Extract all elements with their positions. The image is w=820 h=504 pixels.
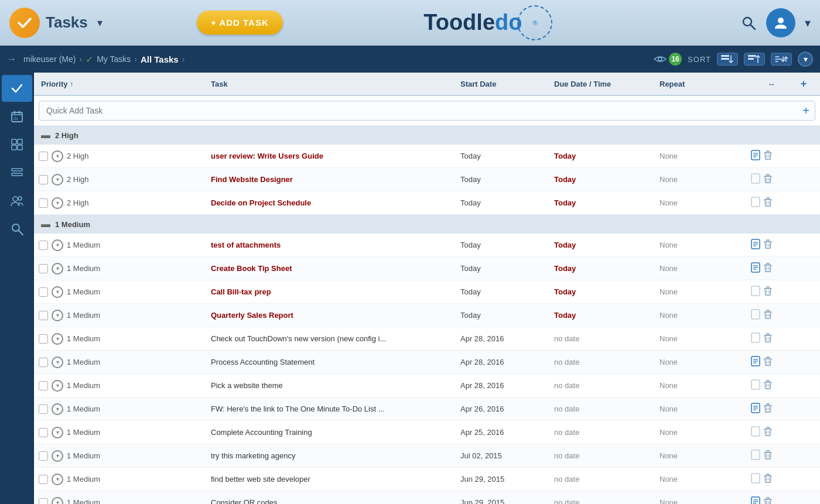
task-name[interactable]: test of attachments	[209, 241, 458, 249]
task-checkbox[interactable]	[39, 428, 48, 437]
expand-icon[interactable]: ▾	[52, 150, 63, 162]
group-collapse-icon[interactable]: ▬	[41, 130, 50, 140]
expand-icon[interactable]: ▾	[52, 333, 63, 345]
note-icon-empty[interactable]	[751, 426, 760, 439]
task-name[interactable]: try this marketing agency	[209, 451, 458, 460]
priority-column-header[interactable]: Priority	[39, 80, 209, 88]
breadcrumb-my-tasks[interactable]: My Tasks	[97, 54, 131, 64]
sidebar-item-search[interactable]	[2, 215, 32, 242]
note-icon[interactable]	[751, 262, 760, 275]
task-name[interactable]: Create Book Tip Sheet	[209, 264, 458, 273]
task-checkbox[interactable]	[39, 241, 48, 250]
expand-icon[interactable]: ▾	[52, 474, 63, 485]
user-avatar[interactable]	[766, 8, 795, 37]
delete-icon[interactable]	[764, 310, 772, 321]
note-icon-empty[interactable]	[751, 450, 760, 462]
task-checkbox[interactable]	[39, 175, 48, 184]
task-name[interactable]: Call Bill-tax prep	[209, 287, 458, 296]
delete-icon[interactable]	[764, 427, 772, 438]
pin-icon[interactable]: →	[7, 54, 16, 64]
sort-date-btn[interactable]	[744, 53, 765, 66]
quick-add-plus-icon[interactable]: +	[802, 104, 809, 118]
task-checkbox[interactable]	[39, 152, 48, 161]
note-icon-empty[interactable]	[751, 286, 760, 299]
task-checkbox[interactable]	[39, 287, 48, 297]
task-name[interactable]: Quarterly Sales Report	[209, 311, 458, 320]
sort-priority-btn[interactable]	[717, 53, 738, 66]
task-checkbox[interactable]	[39, 311, 48, 320]
sidebar-item-calendar[interactable]: 31	[2, 103, 32, 130]
note-icon-empty[interactable]	[751, 309, 760, 322]
user-dropdown-arrow[interactable]: ▾	[805, 16, 811, 30]
sort-multi-btn[interactable]	[771, 53, 792, 66]
expand-icon[interactable]: ▾	[52, 310, 63, 321]
expand-icon[interactable]: ▾	[52, 427, 63, 438]
expand-icon[interactable]: ▾	[52, 174, 63, 186]
quick-add-input[interactable]	[39, 101, 815, 121]
note-icon[interactable]	[751, 239, 760, 252]
note-icon[interactable]	[751, 356, 760, 369]
due-date-column-header[interactable]: Due Date / Time	[552, 80, 657, 88]
note-icon-empty[interactable]	[751, 473, 760, 486]
repeat-column-header[interactable]: Repeat	[657, 80, 751, 88]
note-icon[interactable]	[751, 403, 760, 416]
sidebar-item-users[interactable]	[2, 187, 32, 214]
task-checkbox[interactable]	[39, 498, 48, 505]
add-column-header[interactable]: +	[792, 78, 815, 90]
breadcrumb-all-tasks[interactable]: All Tasks	[141, 54, 179, 64]
task-checkbox[interactable]	[39, 334, 48, 344]
task-name[interactable]: Decide on Project Schedule	[209, 198, 458, 207]
delete-icon[interactable]	[764, 174, 772, 186]
add-task-button[interactable]: + ADD TASK	[197, 11, 283, 35]
tasks-dropdown-arrow[interactable]: ▾	[97, 16, 102, 29]
task-name[interactable]: user review: Write Users Guide	[209, 152, 458, 160]
start-date-column-header[interactable]: Start Date	[458, 80, 552, 88]
expand-icon[interactable]: ▾	[52, 380, 63, 392]
expand-icon[interactable]: ▾	[52, 197, 63, 209]
note-icon-empty[interactable]	[751, 173, 760, 186]
task-checkbox[interactable]	[39, 264, 48, 273]
delete-icon[interactable]	[764, 403, 772, 415]
note-icon-empty[interactable]	[751, 197, 760, 210]
note-icon-empty[interactable]	[751, 379, 760, 392]
expand-icon[interactable]: ▾	[52, 497, 63, 505]
task-name[interactable]: Complete Accounting Training	[209, 428, 458, 437]
sidebar-item-check[interactable]	[2, 75, 32, 102]
sidebar-item-grid[interactable]	[2, 131, 32, 158]
resize-column-header[interactable]: ↔	[751, 80, 792, 88]
task-name[interactable]: find better web site developer	[209, 475, 458, 484]
delete-icon[interactable]	[764, 474, 772, 485]
task-column-header[interactable]: Task	[209, 80, 458, 88]
task-name[interactable]: Check out TouchDown's new version (new c…	[209, 334, 458, 343]
task-name[interactable]: Find Website Designer	[209, 175, 458, 184]
delete-icon[interactable]	[764, 263, 772, 275]
delete-icon[interactable]	[764, 239, 772, 251]
note-icon-empty[interactable]	[751, 332, 760, 345]
group-collapse-icon[interactable]: ▬	[41, 219, 50, 229]
expand-icon[interactable]: ▾	[52, 239, 63, 251]
delete-icon[interactable]	[764, 286, 772, 298]
task-name[interactable]: Process Accounting Statement	[209, 358, 458, 366]
sidebar-item-lines[interactable]	[2, 159, 32, 186]
delete-icon[interactable]	[764, 333, 772, 345]
delete-icon[interactable]	[764, 150, 772, 162]
expand-icon[interactable]: ▾	[52, 286, 63, 298]
task-name[interactable]: Pick a website theme	[209, 381, 458, 390]
task-checkbox[interactable]	[39, 358, 48, 367]
nav-expand-btn[interactable]: ▾	[798, 52, 813, 67]
task-name[interactable]: Consider QR codes	[209, 498, 458, 504]
note-icon[interactable]	[751, 496, 760, 505]
note-icon[interactable]	[751, 150, 760, 163]
task-checkbox[interactable]	[39, 381, 48, 390]
expand-icon[interactable]: ▾	[52, 450, 63, 462]
app-logo[interactable]	[9, 8, 40, 38]
task-checkbox[interactable]	[39, 198, 48, 208]
task-checkbox[interactable]	[39, 475, 48, 484]
task-checkbox[interactable]	[39, 404, 48, 414]
breadcrumb-user[interactable]: mikeuser (Me)	[23, 54, 76, 64]
delete-icon[interactable]	[764, 197, 772, 209]
task-name[interactable]: FW: Here's the link to The One Minute To…	[209, 404, 458, 413]
expand-icon[interactable]: ▾	[52, 403, 63, 415]
search-button[interactable]	[740, 15, 757, 31]
expand-icon[interactable]: ▾	[52, 263, 63, 275]
